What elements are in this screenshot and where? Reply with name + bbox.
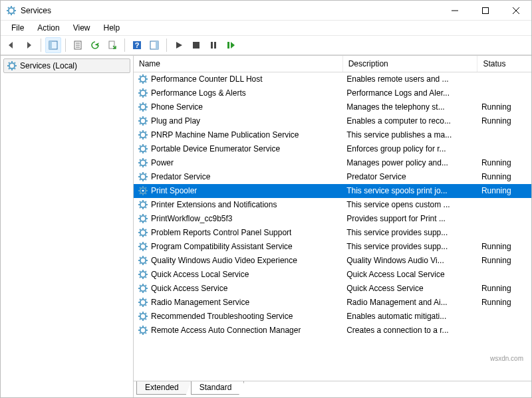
refresh-icon	[90, 40, 100, 50]
service-description: Quick Access Local Service	[342, 268, 477, 282]
toolbar: ?	[1, 35, 531, 55]
export-icon	[107, 40, 118, 50]
tree-item-label: Services (Local)	[20, 61, 77, 70]
service-gear-icon	[138, 325, 148, 336]
service-description: This service provides supp...	[342, 240, 477, 254]
table-row[interactable]: Problem Reports Control Panel SupportThi…	[134, 226, 531, 240]
menu-help[interactable]: Help	[97, 22, 127, 34]
table-row[interactable]: Quick Access Local ServiceQuick Access L…	[134, 268, 531, 282]
table-row[interactable]: Portable Device Enumerator ServiceEnforc…	[134, 142, 531, 156]
column-header-status[interactable]: Status	[477, 56, 531, 72]
service-description: Performance Logs and Aler...	[342, 86, 477, 100]
properties-icon	[72, 40, 83, 50]
table-row[interactable]: Recommended Troubleshooting ServiceEnabl…	[134, 310, 531, 324]
service-description: Radio Management and Ai...	[342, 296, 477, 310]
service-status	[477, 198, 531, 212]
services-scroll[interactable]: Name Description Status Performance Coun…	[134, 56, 531, 381]
maximize-button[interactable]	[470, 1, 501, 21]
pause-icon	[209, 41, 218, 50]
service-name: PrintWorkflow_cc9b5f3	[151, 214, 233, 223]
svg-text:?: ?	[135, 41, 140, 49]
service-status: Running	[477, 114, 531, 128]
tree-item-services-local[interactable]: Services (Local)	[3, 58, 130, 73]
service-status: Running	[477, 184, 531, 198]
table-row[interactable]: Program Compatibility Assistant ServiceT…	[134, 240, 531, 254]
tab-standard[interactable]: Standard	[191, 381, 245, 395]
service-description: Quick Access Service	[342, 282, 477, 296]
service-description: This service spools print jo...	[342, 184, 477, 198]
toolbar-separator	[166, 39, 167, 52]
restart-icon	[226, 41, 235, 50]
table-row[interactable]: Performance Logs & AlertsPerformance Log…	[134, 86, 531, 100]
export-list-button[interactable]	[104, 37, 120, 53]
service-gear-icon	[138, 88, 148, 98]
service-name: Print Spooler	[151, 186, 197, 195]
table-row[interactable]: Plug and PlayEnables a computer to reco.…	[134, 114, 531, 128]
view-tabs: Extended Standard	[134, 381, 531, 397]
help-button[interactable]: ?	[129, 37, 145, 53]
table-row[interactable]: Quick Access ServiceQuick Access Service…	[134, 282, 531, 296]
maximize-icon	[482, 7, 489, 14]
forward-button[interactable]	[21, 37, 37, 53]
service-gear-icon	[138, 74, 148, 84]
service-status: Running	[477, 170, 531, 184]
service-status	[477, 324, 531, 338]
show-hide-action-pane-button[interactable]	[146, 37, 162, 53]
pause-service-button[interactable]	[205, 37, 221, 53]
table-row[interactable]: Remote Access Auto Connection ManagerCre…	[134, 324, 531, 338]
service-gear-icon	[138, 311, 148, 322]
minimize-button[interactable]	[440, 1, 470, 21]
service-name: Problem Reports Control Panel Support	[151, 228, 291, 237]
titlebar: Services	[1, 1, 531, 21]
service-status: Running	[477, 296, 531, 310]
main-area: Services (Local) Name Description Status	[1, 55, 531, 397]
service-description: Provides support for Print ...	[342, 212, 477, 226]
details-pane: Name Description Status Performance Coun…	[134, 56, 531, 397]
back-arrow-icon	[6, 40, 17, 50]
service-name: Remote Access Auto Connection Manager	[151, 326, 301, 335]
service-gear-icon	[138, 255, 148, 266]
table-row[interactable]: Printer Extensions and NotificationsThis…	[134, 198, 531, 212]
menubar: File Action View Help	[1, 21, 531, 35]
service-gear-icon	[138, 213, 148, 224]
table-row[interactable]: PowerManages power policy and...Running	[134, 156, 531, 170]
service-gear-icon	[138, 269, 148, 280]
menu-action[interactable]: Action	[31, 22, 66, 34]
service-name: Quick Access Service	[151, 284, 227, 293]
tab-extended[interactable]: Extended	[136, 381, 192, 395]
service-description: Enables remote users and ...	[342, 72, 477, 86]
show-hide-tree-button[interactable]	[45, 37, 61, 53]
service-name: Phone Service	[151, 102, 203, 112]
svg-rect-6	[109, 41, 114, 49]
table-row[interactable]: Phone ServiceManages the telephony st...…	[134, 100, 531, 114]
service-name: Performance Counter DLL Host	[151, 74, 263, 84]
console-tree[interactable]: Services (Local)	[1, 56, 134, 397]
restart-service-button[interactable]	[223, 37, 239, 53]
window-title: Services	[21, 6, 51, 15]
refresh-button[interactable]	[87, 37, 103, 53]
svg-rect-4	[49, 41, 52, 49]
start-service-button[interactable]	[171, 37, 187, 53]
service-description: Enforces group policy for r...	[342, 142, 477, 156]
service-description: This service provides supp...	[342, 226, 477, 240]
svg-rect-10	[156, 41, 158, 49]
service-description: Manages power policy and...	[342, 156, 477, 170]
service-description: This service publishes a ma...	[342, 128, 477, 142]
column-header-name[interactable]: Name	[134, 56, 342, 72]
stop-service-button[interactable]	[188, 37, 204, 53]
table-row[interactable]: Performance Counter DLL HostEnables remo…	[134, 72, 531, 86]
table-row[interactable]: Quality Windows Audio Video ExperienceQu…	[134, 254, 531, 268]
properties-button[interactable]	[70, 37, 86, 53]
close-button[interactable]	[501, 1, 531, 21]
table-row[interactable]: Predator ServicePredator ServiceRunning	[134, 170, 531, 184]
column-header-description[interactable]: Description	[342, 56, 477, 72]
table-row[interactable]: PNRP Machine Name Publication ServiceThi…	[134, 128, 531, 142]
menu-file[interactable]: File	[5, 22, 31, 34]
table-row[interactable]: Print SpoolerThis service spools print j…	[134, 184, 531, 198]
menu-view[interactable]: View	[66, 22, 97, 34]
service-gear-icon	[138, 171, 148, 182]
table-row[interactable]: Radio Management ServiceRadio Management…	[134, 296, 531, 310]
back-button[interactable]	[3, 37, 19, 53]
table-row[interactable]: PrintWorkflow_cc9b5f3Provides support fo…	[134, 212, 531, 226]
service-gear-icon	[138, 241, 148, 252]
